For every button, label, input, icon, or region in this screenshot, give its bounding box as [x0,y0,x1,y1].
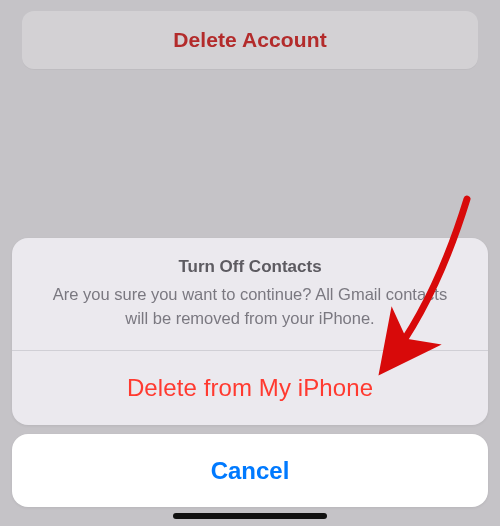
cancel-label: Cancel [211,457,290,485]
action-sheet-description: Are you sure you want to continue? All G… [42,283,458,330]
action-sheet-title: Turn Off Contacts [42,257,458,277]
home-indicator [173,513,327,519]
action-sheet-header: Turn Off Contacts Are you sure you want … [12,238,488,350]
action-sheet: Turn Off Contacts Are you sure you want … [12,238,488,507]
delete-from-iphone-button[interactable]: Delete from My iPhone [12,351,488,425]
cancel-button[interactable]: Cancel [12,434,488,507]
delete-from-iphone-label: Delete from My iPhone [127,374,373,402]
delete-account-label: Delete Account [173,28,327,52]
screen: Delete Account Turn Off Contacts Are you… [0,0,500,526]
action-sheet-card: Turn Off Contacts Are you sure you want … [12,238,488,425]
delete-account-button[interactable]: Delete Account [22,11,478,69]
